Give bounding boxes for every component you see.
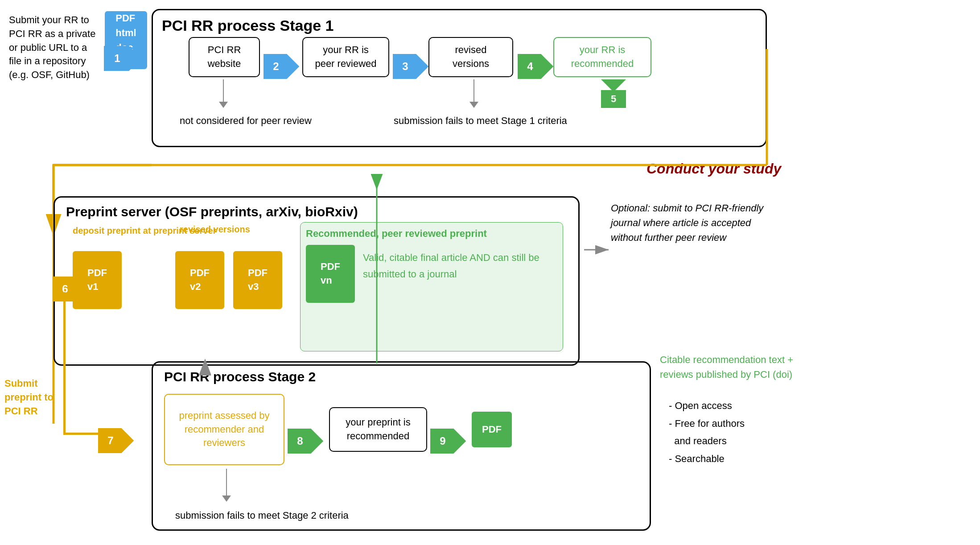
pci-website-label: PCI RRwebsite	[208, 43, 241, 71]
bullet-searchable: - Searchable	[669, 450, 745, 468]
pdf-v3-box: PDFv3	[233, 251, 282, 309]
pdf-v2-box: PDFv2	[175, 251, 224, 309]
arrow-7: 7	[98, 428, 121, 453]
arrow-4: 4	[518, 54, 541, 79]
recommended-preprint-label: Recommended, peer reviewed preprint	[306, 228, 557, 239]
pdf-vn-box: PDFvn	[306, 245, 355, 303]
fails-stage2-text: submission fails to meet Stage 2 criteri…	[175, 510, 349, 521]
arrow-6-container: 6	[53, 277, 88, 301]
peer-reviewed-box: your RR ispeer reviewed	[302, 37, 389, 77]
arrow-8: 8	[288, 429, 311, 454]
pci-website-box: PCI RRwebsite	[189, 37, 260, 77]
recommended-box: your RR isrecommended	[553, 37, 651, 77]
assessed-box: preprint assessed byrecommender andrevie…	[164, 394, 284, 465]
revised-versions-box: revisedversions	[428, 37, 513, 77]
stage2-pdf-box: PDF	[472, 412, 512, 447]
assessed-label: preprint assessed byrecommender andrevie…	[179, 409, 270, 450]
revised-versions-label: revisedversions	[453, 43, 489, 71]
bullet-open-access: - Open access	[669, 397, 745, 415]
bullet-points: - Open access - Free for authors and rea…	[669, 397, 745, 467]
peer-reviewed-label: your RR ispeer reviewed	[315, 43, 376, 71]
recommended-preprint-bg: Recommended, peer reviewed preprint PDFv…	[300, 222, 563, 351]
optional-text: Optional: submit to PCI RR-friendly jour…	[611, 201, 767, 245]
arrow-1: 1	[104, 46, 129, 71]
yellow-horiz-line-7	[63, 433, 98, 435]
recommended-label: your RR isrecommended	[571, 43, 634, 71]
revised-versions-preprint-label: revised versions	[180, 224, 250, 235]
stage1-title: PCI RR process Stage 1	[162, 17, 757, 34]
conduct-text: Conduct your study	[646, 161, 781, 177]
arrow-2: 2	[264, 54, 287, 79]
stage2-box: PCI RR process Stage 2 preprint assessed…	[152, 361, 651, 531]
valid-citable-text: Valid, citable final article AND can sti…	[363, 245, 557, 283]
bullet-free-authors: - Free for authors and readers	[669, 415, 745, 450]
stage2-title: PCI RR process Stage 2	[164, 369, 638, 384]
preprint-recommended-box: your preprint isrecommended	[329, 407, 427, 452]
submit-preprint-text: Submit preprint to PCI RR	[4, 377, 62, 418]
stage1-box: PCI RR process Stage 1 1 PCI RRwebsite 2…	[152, 9, 767, 147]
preprint-box: Preprint server (OSF preprints, arXiv, b…	[54, 196, 580, 366]
arrow-3: 3	[393, 54, 416, 79]
citable-text: Citable recommendation text + reviews pu…	[660, 352, 816, 382]
arrow-5: 5	[601, 90, 626, 108]
arrow-7-container: 7	[98, 428, 134, 453]
yellow-vert-line	[63, 292, 66, 435]
not-considered-text: not considered for peer review	[180, 115, 312, 127]
submit-text: Submit your RR to PCI RR as a private or…	[9, 13, 98, 82]
diagram-container: Submit your RR to PCI RR as a private or…	[0, 0, 980, 545]
fails-stage1-text: submission fails to meet Stage 1 criteri…	[394, 115, 567, 127]
arrow-9: 9	[430, 429, 453, 454]
preprint-recommended-label: your preprint isrecommended	[346, 416, 411, 443]
preprint-title: Preprint server (OSF preprints, arXiv, b…	[66, 204, 567, 219]
